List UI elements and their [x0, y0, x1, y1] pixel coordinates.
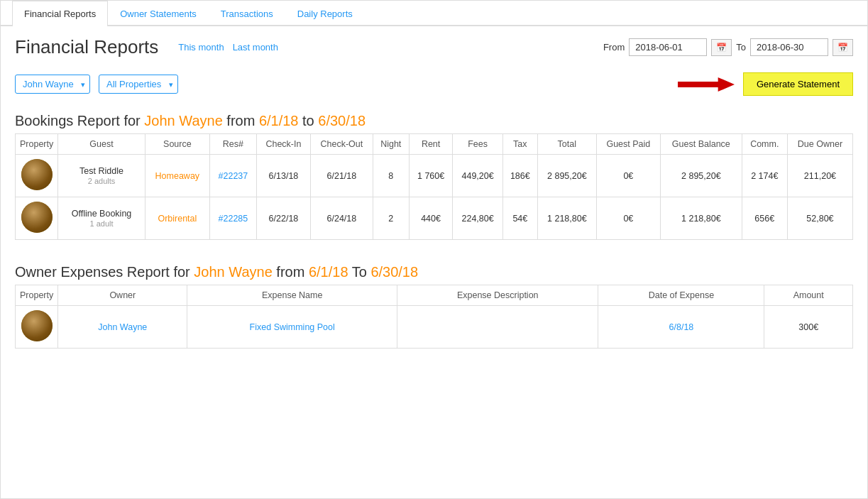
exp-col-property: Property — [16, 285, 58, 306]
tab-owner-statements[interactable]: Owner Statements — [108, 1, 209, 26]
data-cell: 6/13/18 — [256, 155, 310, 197]
exp-col-owner: Owner — [58, 285, 187, 306]
table-row: Test Riddle2 adultsHomeaway#222376/13/18… — [16, 155, 853, 197]
data-cell: 1 760€ — [409, 155, 453, 197]
to-label: To — [736, 42, 746, 53]
bookings-table-wrapper: Property Guest Source Res# Check-In Chec… — [1, 133, 867, 247]
generate-statement-btn[interactable]: Generate Statement — [743, 72, 853, 96]
expenses-title-prefix: Owner Expenses Report for — [15, 264, 194, 280]
res-link[interactable]: #22285 — [219, 214, 248, 224]
data-cell: 2 174€ — [742, 155, 787, 197]
expenses-from-date: 6/1/18 — [309, 264, 348, 280]
bookings-to-label: to — [299, 113, 319, 128]
data-cell: 211,20€ — [787, 155, 852, 197]
bookings-title-prefix: Bookings Report for — [15, 113, 144, 128]
res-cell: #22285 — [209, 197, 256, 240]
data-cell: 2 895,20€ — [661, 155, 742, 197]
from-label: From — [603, 42, 625, 53]
data-cell: 6/22/18 — [256, 197, 310, 240]
table-row: Offline Booking1 adultOrbirental#222856/… — [16, 197, 853, 240]
tab-daily-reports[interactable]: Daily Reports — [285, 1, 365, 26]
tab-transactions[interactable]: Transactions — [209, 1, 285, 26]
data-cell: 1 218,80€ — [537, 197, 596, 240]
col-fees: Fees — [453, 134, 502, 155]
arrow-icon — [678, 74, 735, 95]
this-month-btn[interactable]: This month — [178, 42, 224, 53]
col-due-owner: Due Owner — [787, 134, 852, 155]
last-month-btn[interactable]: Last month — [233, 42, 278, 53]
bookings-from-label: from — [223, 113, 259, 128]
filters-area: John Wayne All Properties Generate State… — [1, 65, 867, 103]
data-cell: 52,80€ — [787, 197, 852, 240]
bookings-table: Property Guest Source Res# Check-In Chec… — [15, 133, 853, 240]
source-link[interactable]: Homeaway — [155, 171, 200, 181]
tab-bar: Financial Reports Owner Statements Trans… — [1, 1, 867, 26]
expenses-owner: John Wayne — [194, 264, 272, 280]
col-guest: Guest — [58, 134, 145, 155]
tab-financial-reports[interactable]: Financial Reports — [12, 1, 108, 26]
exp-col-expense-desc: Expense Description — [397, 285, 598, 306]
owner-filter[interactable]: John Wayne — [15, 75, 90, 94]
header-area: Financial Reports This month Last month … — [1, 26, 867, 65]
owner-filter-wrapper: John Wayne — [15, 75, 90, 94]
col-comm: Comm. — [742, 134, 787, 155]
expenses-from-label: from — [273, 264, 309, 280]
data-cell: 440€ — [409, 197, 453, 240]
properties-filter[interactable]: All Properties — [99, 75, 178, 94]
to-date-input[interactable] — [750, 38, 828, 56]
property-avatar-cell — [16, 197, 58, 240]
page-title: Financial Reports — [15, 36, 158, 58]
source-cell: Orbirental — [145, 197, 209, 240]
col-night: Night — [373, 134, 409, 155]
col-tax: Tax — [502, 134, 537, 155]
col-rent: Rent — [409, 134, 453, 155]
svg-marker-0 — [678, 77, 735, 92]
expense-name-cell: Fixed Swimming Pool — [187, 306, 397, 349]
col-checkout: Check-Out — [310, 134, 373, 155]
expenses-to-label: To — [348, 264, 371, 280]
col-guest-paid: Guest Paid — [596, 134, 660, 155]
data-cell: 449,20€ — [453, 155, 502, 197]
guest-cell: Offline Booking1 adult — [58, 197, 145, 240]
data-cell: 656€ — [742, 197, 787, 240]
bookings-section-title: Bookings Report for John Wayne from 6/1/… — [1, 103, 867, 133]
expenses-to-date: 6/30/18 — [370, 264, 418, 280]
arrow-area: Generate Statement — [187, 72, 853, 96]
bookings-from-date: 6/1/18 — [259, 113, 299, 128]
col-total: Total — [537, 134, 596, 155]
col-res: Res# — [209, 134, 256, 155]
expense-amount-cell: 300€ — [764, 306, 853, 349]
bookings-to-date: 6/30/18 — [318, 113, 366, 128]
date-range: From 📅 To 📅 — [603, 38, 853, 56]
exp-col-amount: Amount — [764, 285, 853, 306]
source-cell: Homeaway — [145, 155, 209, 197]
data-cell: 186€ — [502, 155, 537, 197]
date-shortcuts: This month Last month — [178, 42, 278, 53]
col-checkin: Check-In — [256, 134, 310, 155]
col-source: Source — [145, 134, 209, 155]
from-calendar-btn[interactable]: 📅 — [711, 39, 732, 56]
data-cell: 1 218,80€ — [661, 197, 742, 240]
data-cell: 6/24/18 — [310, 197, 373, 240]
exp-col-expense-name: Expense Name — [187, 285, 397, 306]
data-cell: 0€ — [596, 155, 660, 197]
res-link[interactable]: #22237 — [219, 171, 248, 181]
data-cell: 224,80€ — [453, 197, 502, 240]
expense-date-cell: 6/8/18 — [598, 306, 764, 349]
data-cell: 6/21/18 — [310, 155, 373, 197]
properties-filter-wrapper: All Properties — [99, 75, 178, 94]
data-cell: 8 — [373, 155, 409, 197]
source-link[interactable]: Orbirental — [158, 214, 197, 224]
data-cell: 0€ — [596, 197, 660, 240]
bookings-owner: John Wayne — [144, 113, 222, 128]
to-calendar-btn[interactable]: 📅 — [833, 39, 853, 56]
from-date-input[interactable] — [629, 38, 707, 56]
expense-desc-cell — [397, 306, 598, 349]
property-avatar-cell — [16, 155, 58, 197]
expense-name-link[interactable]: Fixed Swimming Pool — [250, 322, 335, 332]
data-cell: 2 895,20€ — [537, 155, 596, 197]
exp-col-date: Date of Expense — [598, 285, 764, 306]
owner-link[interactable]: John Wayne — [98, 322, 147, 332]
table-row: John WayneFixed Swimming Pool6/8/18300€ — [16, 306, 853, 349]
res-cell: #22237 — [209, 155, 256, 197]
